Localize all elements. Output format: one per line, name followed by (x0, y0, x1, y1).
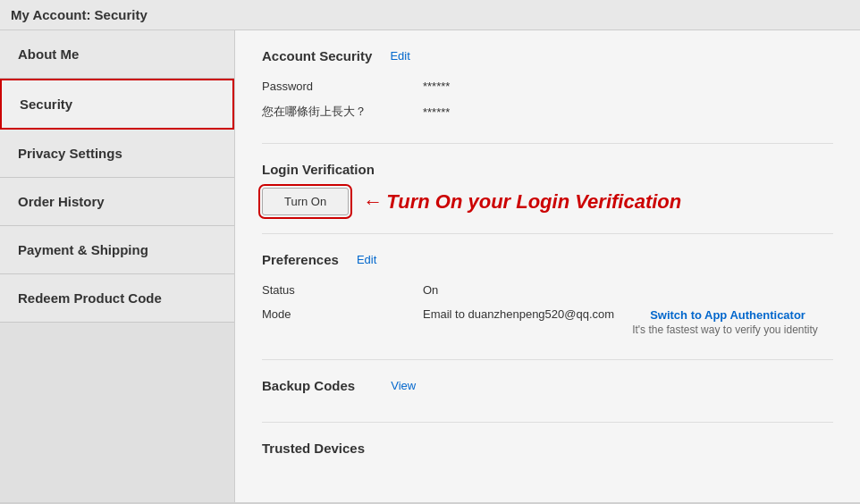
sidebar-item-redeem-product-code[interactable]: Redeem Product Code (0, 274, 234, 323)
annotation-text: Turn On your Login Verification (386, 190, 681, 214)
login-verification-section: Login Verification Turn On ← Turn On you… (262, 162, 833, 234)
sidebar-item-about-me[interactable]: About Me (0, 30, 234, 79)
preferences-section: Preferences Edit Status On Mode Email to… (262, 252, 833, 360)
security-question-label: 您在哪條街上長大？ (262, 104, 423, 120)
account-security-edit-link[interactable]: Edit (390, 49, 409, 63)
app-auth-desc: It's the fastest way to verify you ident… (632, 323, 818, 336)
trusted-devices-section: Trusted Devices (262, 441, 833, 456)
app-auth-link[interactable]: Switch to App Authenticator (650, 308, 805, 322)
sidebar: About Me Security Privacy Settings Order… (0, 30, 235, 502)
turn-on-button[interactable]: Turn On (262, 188, 349, 215)
login-verification-title: Login Verification (262, 162, 833, 177)
security-question-row: 您在哪條街上長大？ ****** (262, 98, 833, 125)
status-row: Status On (262, 278, 833, 302)
security-question-value: ****** (423, 105, 450, 119)
status-label: Status (262, 283, 423, 297)
sidebar-item-order-history[interactable]: Order History (0, 178, 234, 226)
mode-row: Mode Email to duanzhenpeng520@qq.com Swi… (262, 302, 833, 341)
turn-on-row: Turn On ← Turn On your Login Verificatio… (262, 188, 833, 215)
arrow-icon: ← (363, 190, 383, 214)
annotation-arrow: ← Turn On your Login Verification (363, 190, 681, 214)
backup-codes-section: Backup Codes View (262, 378, 833, 423)
password-label: Password (262, 80, 423, 93)
backup-codes-title: Backup Codes (262, 378, 355, 393)
sidebar-item-privacy-settings[interactable]: Privacy Settings (0, 130, 234, 178)
trusted-devices-title: Trusted Devices (262, 441, 833, 456)
sidebar-item-payment-shipping[interactable]: Payment & Shipping (0, 226, 234, 274)
account-security-section: Account Security Edit Password ****** 您在… (262, 48, 833, 144)
account-security-title: Account Security (262, 48, 372, 63)
password-value: ****** (423, 80, 450, 93)
preferences-edit-link[interactable]: Edit (357, 253, 376, 266)
sidebar-item-security[interactable]: Security (0, 79, 234, 130)
preferences-title: Preferences (262, 252, 339, 267)
password-row: Password ****** (262, 74, 833, 98)
status-value: On (423, 283, 438, 297)
title-text: My Account: Security (11, 7, 148, 22)
page-title: My Account: Security (0, 0, 860, 30)
mode-value: Email to duanzhenpeng520@qq.com (423, 307, 614, 321)
backup-codes-view-link[interactable]: View (391, 379, 416, 392)
main-content: Account Security Edit Password ****** 您在… (235, 30, 860, 502)
mode-label: Mode (262, 307, 423, 321)
app-auth-block: Switch to App Authenticator It's the fas… (632, 307, 818, 336)
